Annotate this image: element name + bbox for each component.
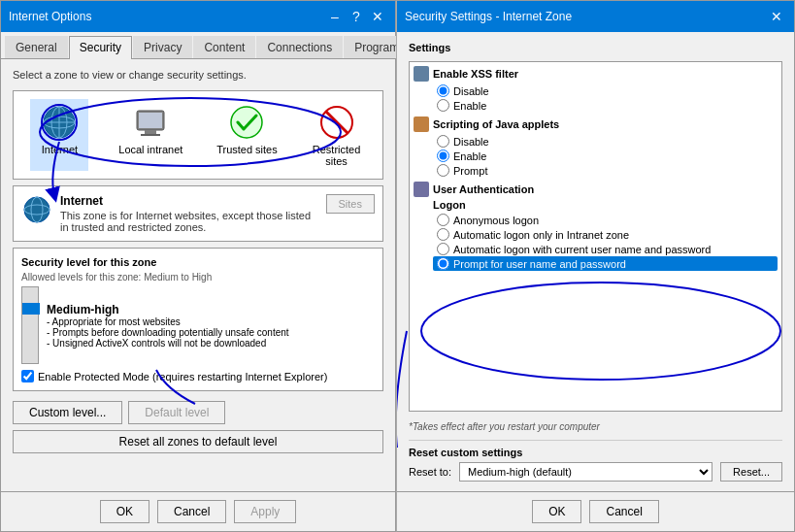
java-scripting-icon bbox=[414, 116, 429, 132]
reset-custom-label: Reset custom settings bbox=[409, 447, 782, 458]
reset-zones-button[interactable]: Reset all zones to default level bbox=[13, 430, 383, 453]
default-level-button[interactable]: Default level bbox=[128, 401, 225, 424]
help-button[interactable]: ? bbox=[347, 7, 366, 26]
level-name: Medium-high bbox=[47, 303, 289, 316]
current-user-logon-option[interactable]: Automatic logon with current user name a… bbox=[433, 242, 778, 256]
intranet-logon-option[interactable]: Automatic logon only in Intranet zone bbox=[433, 227, 778, 242]
java-disable-option[interactable]: Disable bbox=[433, 134, 778, 149]
reset-to-label: Reset to: bbox=[409, 466, 451, 478]
settings-list-container: Enable XSS filter Disable Enable bbox=[409, 61, 782, 412]
user-auth-icon bbox=[414, 182, 429, 197]
xss-filter-label: Enable XSS filter bbox=[433, 68, 518, 80]
svg-rect-7 bbox=[139, 113, 162, 128]
xss-disable-option[interactable]: Disable bbox=[433, 83, 778, 98]
level-buttons: Custom level... Default level bbox=[13, 401, 383, 424]
intranet-zone-label: Local intranet bbox=[118, 144, 182, 155]
user-auth-label: User Authentication bbox=[433, 183, 534, 195]
java-disable-radio[interactable] bbox=[437, 135, 449, 148]
security-settings-title: Security Settings - Internet Zone bbox=[405, 10, 572, 23]
note-text: *Takes effect after you restart your com… bbox=[409, 421, 782, 432]
tab-bar: General Security Privacy Content Connect… bbox=[1, 32, 395, 59]
anon-logon-option[interactable]: Anonymous logon bbox=[433, 213, 778, 227]
security-settings-title-bar: Security Settings - Internet Zone ✕ bbox=[397, 1, 794, 32]
user-auth-group: User Authentication Logon Anonymous logo… bbox=[414, 182, 778, 271]
title-bar-buttons: – ? ✕ bbox=[325, 7, 387, 26]
zone-info-title: Internet bbox=[60, 194, 318, 208]
restricted-zone-label: Restrictedsites bbox=[313, 144, 361, 167]
zone-info-text: Internet This zone is for Internet websi… bbox=[60, 194, 318, 233]
security-slider[interactable] bbox=[21, 286, 39, 364]
ok-button[interactable]: OK bbox=[100, 500, 149, 523]
close-button[interactable]: ✕ bbox=[368, 7, 387, 26]
xss-disable-radio[interactable] bbox=[437, 84, 449, 97]
prompt-logon-option[interactable]: Prompt for user name and password bbox=[433, 256, 778, 271]
zone-info-desc: This zone is for Internet websites, exce… bbox=[60, 210, 318, 233]
java-enable-label: Enable bbox=[453, 150, 486, 162]
intranet-zone-icon bbox=[131, 103, 170, 142]
zone-restricted-sites[interactable]: Restrictedsites bbox=[308, 99, 366, 171]
sec-cancel-button[interactable]: Cancel bbox=[589, 500, 658, 523]
sites-button[interactable]: Sites bbox=[326, 194, 375, 214]
xss-enable-option[interactable]: Enable bbox=[433, 98, 778, 113]
xss-disable-label: Disable bbox=[453, 85, 489, 97]
java-scripting-label: Scripting of Java applets bbox=[433, 118, 559, 130]
security-tab-content: Select a zone to view or change security… bbox=[1, 59, 395, 491]
reset-dropdown[interactable]: Medium-high (default) bbox=[459, 462, 712, 482]
protected-mode-row: Enable Protected Mode (requires restarti… bbox=[21, 370, 375, 382]
reset-row: Reset to: Medium-high (default) Reset... bbox=[409, 462, 782, 482]
sec-ok-button[interactable]: OK bbox=[532, 500, 581, 523]
xss-filter-group: Enable XSS filter Disable Enable bbox=[414, 66, 778, 113]
tab-security[interactable]: Security bbox=[69, 36, 132, 59]
zone-internet[interactable]: Internet bbox=[30, 99, 88, 171]
java-disable-label: Disable bbox=[453, 136, 489, 148]
zones-container: Internet Local intranet bbox=[13, 90, 383, 180]
zone-local-intranet[interactable]: Local intranet bbox=[115, 99, 186, 171]
cancel-button[interactable]: Cancel bbox=[157, 500, 226, 523]
anon-logon-radio[interactable] bbox=[437, 214, 449, 226]
java-enable-radio[interactable] bbox=[437, 150, 449, 162]
current-user-radio[interactable] bbox=[437, 243, 449, 255]
xss-filter-icon bbox=[414, 66, 429, 82]
svg-rect-9 bbox=[141, 134, 160, 136]
tab-general[interactable]: General bbox=[5, 36, 68, 58]
tab-content[interactable]: Content bbox=[193, 36, 255, 58]
zone-trusted-sites[interactable]: Trusted sites bbox=[213, 99, 282, 171]
internet-options-footer: OK Cancel Apply bbox=[1, 491, 395, 531]
level-text: Medium-high - Appropriate for most websi… bbox=[47, 303, 289, 349]
minimize-button[interactable]: – bbox=[325, 7, 345, 26]
protected-mode-checkbox[interactable] bbox=[21, 370, 34, 382]
settings-list[interactable]: Enable XSS filter Disable Enable bbox=[410, 62, 781, 411]
zone-section-label: Select a zone to view or change security… bbox=[13, 69, 383, 81]
settings-label: Settings bbox=[409, 42, 782, 53]
java-prompt-radio[interactable] bbox=[437, 164, 449, 177]
level-point-2: - Prompts before downloading potentially… bbox=[47, 327, 289, 338]
internet-zone-icon bbox=[40, 103, 79, 142]
security-settings-footer: OK Cancel bbox=[397, 491, 794, 531]
intranet-logon-radio[interactable] bbox=[437, 228, 449, 241]
tab-privacy[interactable]: Privacy bbox=[133, 36, 192, 58]
apply-button[interactable]: Apply bbox=[234, 500, 296, 523]
xss-enable-radio[interactable] bbox=[437, 99, 449, 112]
trusted-zone-icon bbox=[227, 103, 266, 142]
level-point-1: - Appropriate for most websites bbox=[47, 316, 289, 327]
sec-close-button[interactable]: ✕ bbox=[767, 7, 786, 26]
protected-mode-label: Enable Protected Mode (requires restarti… bbox=[38, 371, 327, 382]
java-prompt-label: Prompt bbox=[453, 165, 487, 177]
internet-options-dialog: Internet Options – ? ✕ General Security … bbox=[0, 0, 396, 532]
java-scripting-title: Scripting of Java applets bbox=[414, 116, 778, 132]
level-point-3: - Unsigned ActiveX controls will not be … bbox=[47, 338, 289, 349]
internet-zone-label: Internet bbox=[42, 144, 78, 155]
java-prompt-option[interactable]: Prompt bbox=[433, 163, 778, 178]
reset-button[interactable]: Reset... bbox=[720, 462, 782, 482]
security-level-title: Security level for this zone bbox=[21, 256, 375, 268]
custom-level-button[interactable]: Custom level... bbox=[13, 401, 122, 424]
prompt-logon-radio[interactable] bbox=[437, 257, 449, 270]
security-level-bar: Medium-high - Appropriate for most websi… bbox=[21, 286, 375, 364]
java-scripting-group: Scripting of Java applets Disable Enable… bbox=[414, 116, 778, 178]
zone-info-panel: Internet This zone is for Internet websi… bbox=[13, 185, 383, 242]
internet-options-title-bar: Internet Options – ? ✕ bbox=[1, 1, 395, 32]
svg-point-10 bbox=[231, 107, 262, 138]
xss-enable-label: Enable bbox=[453, 100, 486, 112]
tab-connections[interactable]: Connections bbox=[256, 36, 343, 58]
java-enable-option[interactable]: Enable bbox=[433, 149, 778, 163]
